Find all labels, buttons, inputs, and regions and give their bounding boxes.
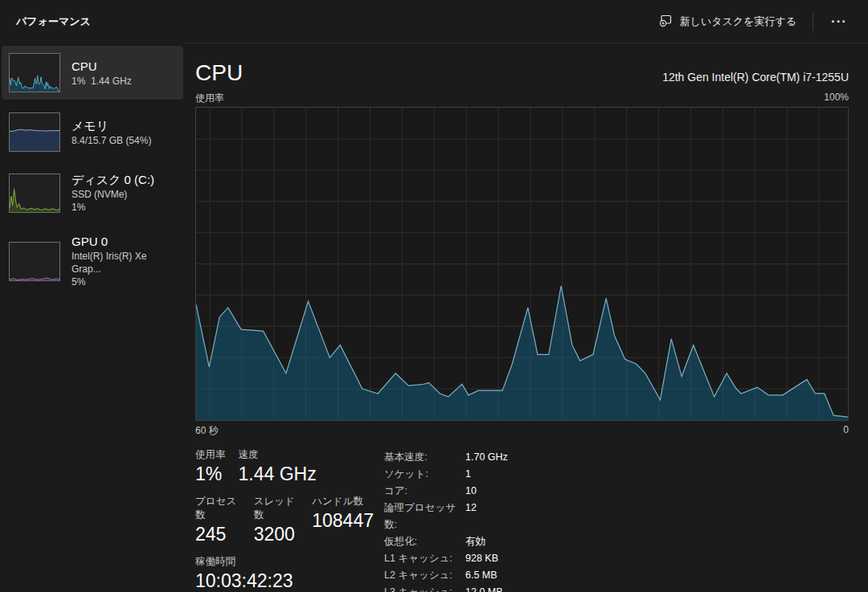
chart-x-min-label: 60 秒 <box>195 424 219 438</box>
cpu-tile-title: CPU <box>72 59 132 75</box>
titlebar-actions: 新しいタスクを実行する ··· <box>651 8 857 35</box>
cpu-detail-panel: CPU 12th Gen Intel(R) Core(TM) i7-1255U … <box>185 43 868 592</box>
sidebar-item-memory[interactable]: メモリ 8.4/15.7 GB (54%) <box>2 105 183 159</box>
sidebar-item-cpu[interactable]: CPU 1% 1.44 GHz <box>2 46 183 100</box>
gpu-tile-usage: 5% <box>72 276 177 288</box>
cpu-usage-chart[interactable] <box>195 107 849 421</box>
stat-l1-cache: L1 キャッシュ: 928 KB <box>384 550 508 567</box>
cpu-panel-title: CPU <box>195 59 243 87</box>
cpu-stats-secondary: 基本速度: 1.70 GHz ソケット: 1 コア: 10 論理プロセッサ数: … <box>384 448 508 592</box>
chart-x-max-label: 0 <box>843 424 849 438</box>
cpu-mini-graph <box>9 53 60 92</box>
cpu-tile-stats: 1% 1.44 GHz <box>72 75 132 88</box>
more-options-button[interactable]: ··· <box>821 10 857 33</box>
new-task-icon <box>659 14 673 30</box>
ellipsis-icon: ··· <box>831 14 847 29</box>
performance-sidebar: CPU 1% 1.44 GHz メモリ 8.4/15.7 GB (54%) ディ… <box>0 43 185 592</box>
stat-sockets: ソケット: 1 <box>384 466 508 483</box>
stat-processes: プロセス数 245 <box>195 495 241 546</box>
disk-mini-graph <box>9 174 60 213</box>
memory-mini-graph <box>9 112 60 152</box>
cpu-stats-primary: 使用率 1% 速度 1.44 GHz プロセス数 245 スレッド数 <box>195 448 374 592</box>
cpu-header: CPU 12th Gen Intel(R) Core(TM) i7-1255U <box>195 58 849 87</box>
stat-threads: スレッド数 3200 <box>254 495 300 546</box>
chart-axis-bottom-row: 60 秒 0 <box>195 424 849 438</box>
gpu-tile-name: Intel(R) Iris(R) Xe Grap... <box>72 250 177 276</box>
stat-speed: 速度 1.44 GHz <box>239 448 317 486</box>
chart-axis-top-row: 使用率 100% <box>195 92 849 105</box>
stat-uptime: 稼働時間 10:03:42:23 <box>195 555 293 592</box>
chart-y-max-label: 100% <box>824 92 849 105</box>
chart-y-axis-label: 使用率 <box>195 92 224 105</box>
stat-l3-cache: L3 キャッシュ: 12.0 MB <box>384 584 508 592</box>
disk-tile-title: ディスク 0 (C:) <box>72 172 154 188</box>
titlebar: パフォーマンス 新しいタスクを実行する ··· <box>0 0 868 43</box>
cpu-stats: 使用率 1% 速度 1.44 GHz プロセス数 245 スレッド数 <box>195 448 849 592</box>
sidebar-item-disk0[interactable]: ディスク 0 (C:) SSD (NVMe) 1% <box>2 165 183 221</box>
disk-tile-type: SSD (NVMe) <box>72 188 154 201</box>
memory-tile-title: メモリ <box>72 118 151 134</box>
cpu-model-name: 12th Gen Intel(R) Core(TM) i7-1255U <box>662 71 849 87</box>
disk-tile-usage: 1% <box>72 201 154 214</box>
gpu-mini-graph <box>9 242 60 281</box>
stat-handles: ハンドル数 108447 <box>312 495 374 546</box>
stat-cores: コア: 10 <box>384 483 508 500</box>
run-new-task-button[interactable]: 新しいタスクを実行する <box>651 8 805 35</box>
stat-usage: 使用率 1% <box>195 448 226 486</box>
toolbar-divider <box>813 13 813 31</box>
page-title: パフォーマンス <box>16 14 91 29</box>
stat-logical-processors: 論理プロセッサ数: 12 <box>384 500 508 533</box>
stat-virtualization: 仮想化: 有効 <box>384 533 508 550</box>
stat-base-speed: 基本速度: 1.70 GHz <box>384 449 508 466</box>
stat-l2-cache: L2 キャッシュ: 6.5 MB <box>384 567 508 584</box>
sidebar-item-gpu0[interactable]: GPU 0 Intel(R) Iris(R) Xe Grap... 5% <box>2 227 183 296</box>
memory-tile-stats: 8.4/15.7 GB (54%) <box>72 134 151 147</box>
gpu-tile-title: GPU 0 <box>72 234 177 250</box>
run-new-task-label: 新しいタスクを実行する <box>680 14 796 29</box>
content-area: CPU 1% 1.44 GHz メモリ 8.4/15.7 GB (54%) ディ… <box>0 43 868 592</box>
